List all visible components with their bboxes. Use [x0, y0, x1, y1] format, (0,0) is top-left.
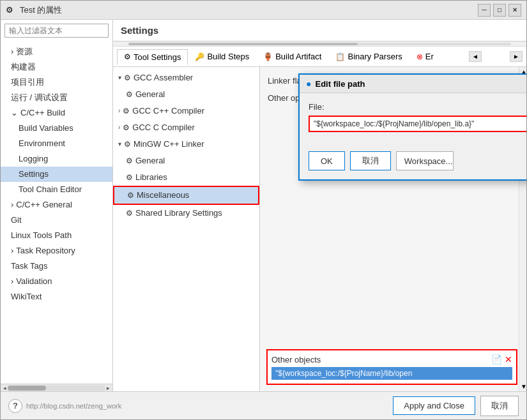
stree-cpp-arrow: ›: [118, 105, 120, 117]
stree-gcc-c-compiler[interactable]: › ⚙ GCC C Compiler: [113, 119, 259, 136]
sidebar-item-toolchain-editor[interactable]: Tool Chain Editor: [1, 182, 112, 197]
sidebar-item-settings[interactable]: Settings: [1, 167, 112, 182]
tab-tool-settings-label: Tool Settings: [134, 52, 181, 62]
binary-parsers-icon: 📋: [335, 52, 345, 61]
sidebar-item-linux-tools[interactable]: Linux Tools Path: [1, 228, 112, 243]
maximize-button[interactable]: □: [493, 4, 506, 17]
close-button[interactable]: ✕: [508, 4, 521, 17]
sidebar-item-validation[interactable]: Validation: [1, 274, 112, 289]
settings-content-area: Linker flags Other options (-Xlinker [op…: [260, 67, 526, 391]
tab-binary-parsers-label: Binary Parsers: [348, 52, 402, 61]
sidebar: 资源 构建器 项目引用 运行 / 调试设置 C/C++ Build Build …: [1, 20, 113, 391]
filter-input[interactable]: [4, 24, 109, 38]
build-steps-icon: 🔑: [195, 52, 204, 61]
scroll-left-arrow[interactable]: ◂: [2, 385, 8, 391]
stree-shared-library[interactable]: ⚙ Shared Library Settings: [113, 205, 259, 221]
sidebar-item-environment[interactable]: Environment: [1, 136, 112, 151]
dialog-ok-button[interactable]: OK: [309, 151, 345, 170]
stree-cpp-icon: ⚙: [123, 105, 130, 117]
h-scroll-thumb[interactable]: [8, 386, 46, 391]
dialog-icon: ●: [306, 79, 311, 89]
stree-assembler-general-label: General: [135, 88, 165, 101]
bottom-right: Apply and Close 取消: [393, 396, 519, 416]
sidebar-item-git[interactable]: Git: [1, 213, 112, 228]
stree-libraries[interactable]: ⚙ Libraries: [113, 169, 259, 186]
stree-assembler-icon: ⚙: [124, 71, 131, 84]
sidebar-item-build-vars[interactable]: Build Variables: [1, 121, 112, 136]
tab-er-label: Er: [425, 52, 434, 61]
title-bar-buttons: ─ □ ✕: [478, 4, 521, 17]
stree-miscellaneous[interactable]: ⚙ Miscellaneous: [113, 186, 259, 205]
apply-close-button[interactable]: Apply and Close: [393, 396, 475, 415]
dialog-cancel-button[interactable]: 取消: [350, 151, 391, 170]
stree-shared-label: Shared Library Settings: [135, 207, 222, 220]
tab-er[interactable]: ⊗ Er: [409, 49, 441, 64]
cancel-button[interactable]: 取消: [480, 396, 519, 416]
stree-general-icon: ⚙: [126, 88, 133, 101]
settings-header: Settings: [113, 20, 526, 41]
other-objects-add-icon[interactable]: 📄: [491, 354, 502, 364]
stree-c-icon: ⚙: [123, 121, 130, 134]
sidebar-tree: 资源 构建器 项目引用 运行 / 调试设置 C/C++ Build Build …: [1, 41, 112, 384]
title-bar: ⚙ Test 的属性 ─ □ ✕: [1, 1, 526, 20]
dialog-workspace-button[interactable]: Workspace...: [396, 151, 454, 170]
stree-mingw-arrow: ▾: [118, 138, 121, 151]
tab-binary-parsers[interactable]: 📋 Binary Parsers: [328, 49, 409, 64]
dialog-file-label: File:: [309, 102, 526, 112]
main-window: ⚙ Test 的属性 ─ □ ✕ 资源 构建器 项目引用 运行 / 调试设置 C…: [0, 0, 527, 420]
other-objects-title: Other objects: [271, 355, 321, 364]
tab-build-steps[interactable]: 🔑 Build Steps: [188, 49, 256, 64]
dialog-buttons: OK 取消 Workspace...: [300, 151, 526, 179]
right-panel: Settings ⚙ Tool Settings 🔑 Build Steps: [113, 20, 526, 391]
tab-build-artifact[interactable]: 🏺 Build Artifact: [256, 49, 328, 64]
stree-cpp-label: GCC C++ Compiler: [132, 105, 204, 117]
stree-c-label: GCC C Compiler: [132, 121, 195, 134]
sidebar-item-project-ref[interactable]: 项目引用: [1, 75, 112, 90]
tab-tool-settings[interactable]: ⚙ Tool Settings: [117, 49, 188, 65]
help-button[interactable]: ?: [8, 399, 22, 413]
dialog-title: Edit file path: [315, 79, 526, 89]
other-objects-remove-icon[interactable]: ✕: [505, 354, 512, 364]
scroll-right-arrow[interactable]: ▸: [105, 385, 111, 391]
settings-tree: ▾ ⚙ GCC Assembler ⚙ General › ⚙ GCC C++ …: [113, 67, 260, 391]
minimize-button[interactable]: ─: [478, 4, 491, 17]
stree-c-arrow: ›: [118, 121, 120, 134]
stree-shared-icon: ⚙: [126, 207, 133, 220]
tab-nav-right[interactable]: ►: [510, 51, 523, 62]
stree-gcc-cpp-compiler[interactable]: › ⚙ GCC C++ Compiler: [113, 103, 259, 119]
h-scroll-track: [8, 386, 105, 391]
sidebar-item-builder[interactable]: 构建器: [1, 59, 112, 75]
build-artifact-icon: 🏺: [263, 52, 273, 61]
sidebar-item-ccpp-build[interactable]: C/C++ Build: [1, 105, 112, 121]
main-content: 资源 构建器 项目引用 运行 / 调试设置 C/C++ Build Build …: [1, 20, 526, 391]
other-objects-value[interactable]: "${workspace_loc:/${ProjName}/lib/open: [271, 367, 512, 380]
stree-linker-general[interactable]: ⚙ General: [113, 153, 259, 169]
sidebar-item-ccpp-general[interactable]: C/C++ General: [1, 197, 112, 213]
sidebar-item-wikitext[interactable]: WikiText: [1, 289, 112, 304]
sidebar-item-resources[interactable]: 资源: [1, 44, 112, 59]
window-icon: ⚙: [6, 5, 16, 15]
sidebar-item-task-repo[interactable]: Task Repository: [1, 243, 112, 259]
tab-build-steps-label: Build Steps: [207, 52, 249, 61]
stree-assembler-general[interactable]: ⚙ General: [113, 86, 259, 103]
stree-gcc-assembler[interactable]: ▾ ⚙ GCC Assembler: [113, 70, 259, 86]
tool-settings-icon: ⚙: [124, 52, 131, 61]
other-objects-box: Other objects 📄 ✕ "${workspace_loc:/${Pr…: [266, 349, 517, 385]
panel-content: ▾ ⚙ GCC Assembler ⚙ General › ⚙ GCC C++ …: [113, 67, 526, 391]
sidebar-scrollbar: ◂ ▸: [1, 384, 112, 391]
sidebar-item-task-tags[interactable]: Task Tags: [1, 259, 112, 274]
stree-misc-icon: ⚙: [127, 189, 134, 202]
sidebar-item-run-debug[interactable]: 运行 / 调试设置: [1, 90, 112, 105]
dialog-file-input[interactable]: [309, 116, 526, 132]
stree-linker-general-label: General: [135, 154, 165, 167]
stree-mingw-icon: ⚙: [124, 138, 131, 151]
sidebar-item-logging[interactable]: Logging: [1, 151, 112, 167]
tab-nav-left[interactable]: ◄: [469, 51, 482, 62]
bottom-left: ? http://blog.csdn.net/zeng_work: [8, 399, 121, 413]
scroll-down-arrow[interactable]: ▼: [519, 382, 526, 391]
tabs-bar: ⚙ Tool Settings 🔑 Build Steps 🏺 Build Ar…: [113, 47, 526, 67]
stree-misc-label: Miscellaneous: [137, 189, 189, 202]
stree-mingw-linker[interactable]: ▾ ⚙ MinGW C++ Linker: [113, 136, 259, 153]
bottom-bar: ? http://blog.csdn.net/zeng_work Apply a…: [1, 391, 526, 419]
other-objects-header: Other objects 📄 ✕: [271, 354, 512, 364]
